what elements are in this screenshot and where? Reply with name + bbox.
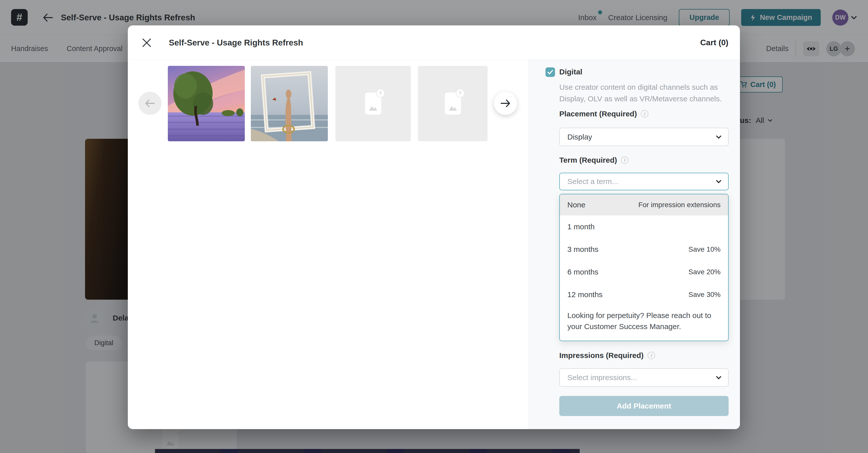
perpetuity-note: Looking for perpetuity? Please reach out… [560,306,723,332]
term-option-3-months[interactable]: 3 months Save 10% [560,238,728,261]
question-badge-icon: ? [456,90,464,97]
usage-rights-modal: Self-Serve - Usage Rights Refresh Cart (… [128,25,740,429]
media-thumbnail-frame[interactable] [251,66,328,141]
digital-label: Digital [559,68,583,76]
chevron-down-icon [716,178,721,183]
media-thumbnail-placeholder[interactable]: ? [418,66,488,141]
arrow-left-icon [145,99,155,107]
image-placeholder-icon: ? [365,93,381,115]
placement-label: Placement (Required) i [559,109,648,118]
lavender-field-photo [168,66,245,141]
licensing-panel: Digital Use creator content on digital c… [529,60,740,429]
modal-header: Self-Serve - Usage Rights Refresh Cart (… [128,25,740,60]
impressions-label: Impressions (Required) i [559,351,655,360]
close-button[interactable] [141,37,152,48]
term-placeholder: Select a term... [567,177,618,186]
app-screen: # Self-Serve - Usage Rights Refresh Inbo… [0,0,868,453]
placement-select[interactable]: Display [559,128,728,146]
term-option-1-month[interactable]: 1 month [560,216,728,238]
placement-value: Display [567,133,592,141]
term-option-none[interactable]: None For impression extensions [560,194,728,216]
carousel-next-button[interactable] [494,92,517,115]
modal-title: Self-Serve - Usage Rights Refresh [169,25,303,60]
media-thumbnail-placeholder[interactable]: ? [335,66,411,141]
digital-description: Use creator content on digital channels … [559,82,734,104]
arrow-right-icon [500,99,510,107]
digital-checkbox[interactable] [546,67,555,77]
carousel-prev-button[interactable] [138,92,161,115]
close-icon [142,38,151,47]
question-badge-icon: ? [377,90,384,97]
term-option-12-months[interactable]: 12 months Save 30% [560,283,728,306]
media-thumbnail-lavender[interactable] [168,66,245,141]
term-option-6-months[interactable]: 6 months Save 20% [560,261,728,283]
term-select[interactable]: Select a term... [559,173,728,190]
image-placeholder-icon: ? [445,93,461,115]
term-dropdown-list: None For impression extensions 1 month 3… [559,194,728,341]
add-placement-button[interactable]: Add Placement [559,396,728,416]
info-icon[interactable]: i [621,156,628,164]
info-icon[interactable]: i [641,110,648,118]
modal-body: ? ? Digital Use creator content on digit… [128,60,740,429]
chevron-down-icon [716,374,721,379]
check-icon [547,70,553,75]
info-icon[interactable]: i [648,352,655,359]
impressions-select[interactable]: Select impressions... [559,368,728,387]
term-label: Term (Required) i [559,156,628,164]
hand-frame-photo [251,66,328,141]
modal-cart-count[interactable]: Cart (0) [700,25,728,60]
impressions-placeholder: Select impressions... [567,373,637,382]
chevron-down-icon [716,133,721,138]
